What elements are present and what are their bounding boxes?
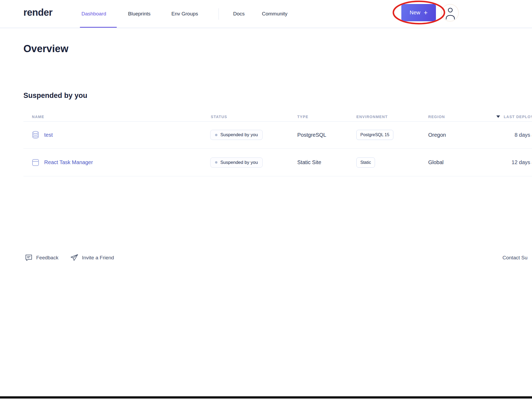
status-badge: Suspended by you [210, 157, 263, 168]
static-site-icon [32, 159, 39, 166]
bottom-black-bar [0, 396, 532, 398]
contact-support-link[interactable]: Contact Su [502, 253, 527, 263]
account-person-icon[interactable] [445, 7, 456, 20]
nav-item-docs[interactable]: Docs [233, 0, 245, 28]
section-title: Suspended by you [23, 92, 87, 100]
top-navigation-bar: render Dashboard Blueprints Env Groups D… [0, 0, 532, 28]
nav-item-dashboard[interactable]: Dashboard [81, 0, 106, 28]
new-button[interactable]: New + [401, 4, 436, 21]
nav-item-blueprints[interactable]: Blueprints [128, 0, 151, 28]
render-logo[interactable]: render [23, 7, 52, 18]
table-row[interactable]: React Task Manager Suspended by you Stat… [23, 149, 532, 176]
feedback-label: Feedback [36, 255, 58, 261]
service-name-link[interactable]: React Task Manager [44, 159, 93, 165]
new-button-label: New [410, 10, 420, 16]
column-header-region[interactable]: REGION [428, 112, 445, 121]
service-name-cell: test [32, 121, 53, 148]
nav-item-env-groups[interactable]: Env Groups [171, 0, 198, 28]
column-header-name[interactable]: NAME [32, 112, 44, 121]
column-header-last-deploy[interactable]: LAST DEPLOY [496, 112, 532, 121]
column-header-status[interactable]: STATUS [211, 112, 227, 121]
sort-descending-icon [496, 115, 500, 118]
environment-badge: PostgreSQL 15 [356, 130, 393, 140]
active-tab-underline [80, 27, 117, 28]
column-header-environment[interactable]: ENVIRONMENT [356, 112, 388, 121]
environment-cell: Static [356, 149, 375, 176]
column-header-last-deploy-label: LAST DEPLOY [504, 115, 532, 119]
type-cell: Static Site [297, 149, 321, 176]
status-cell: Suspended by you [210, 121, 263, 148]
render-dashboard-app: render Dashboard Blueprints Env Groups D… [0, 0, 532, 399]
page-title: Overview [23, 43, 68, 55]
database-icon [32, 131, 39, 139]
nav-divider [218, 8, 219, 20]
column-header-type[interactable]: TYPE [297, 112, 308, 121]
invite-a-friend-link[interactable]: Invite a Friend [70, 253, 114, 263]
paper-plane-icon [70, 254, 79, 262]
feedback-bubble-icon [25, 254, 33, 262]
service-name-cell: React Task Manager [32, 149, 93, 176]
type-cell: PostgreSQL [297, 121, 326, 148]
status-badge-label: Suspended by you [220, 132, 258, 138]
feedback-link[interactable]: Feedback [25, 253, 58, 263]
nav-item-community[interactable]: Community [262, 0, 287, 28]
region-cell: Oregon [428, 121, 446, 148]
table-header-row: NAME STATUS TYPE ENVIRONMENT REGION LAST… [23, 112, 532, 122]
last-deploy-cell: 8 days a [514, 121, 532, 148]
service-name-link[interactable]: test [44, 132, 53, 138]
status-cell: Suspended by you [210, 149, 263, 176]
last-deploy-cell: 12 days a [512, 149, 532, 176]
status-badge-label: Suspended by you [220, 160, 258, 165]
status-dot-icon [215, 134, 217, 136]
environment-badge: Static [356, 157, 375, 168]
status-badge: Suspended by you [210, 130, 263, 140]
region-cell: Global [428, 149, 444, 176]
invite-a-friend-label: Invite a Friend [82, 255, 114, 261]
environment-cell: PostgreSQL 15 [356, 121, 393, 148]
status-dot-icon [215, 161, 217, 164]
plus-icon: + [424, 9, 428, 16]
table-row[interactable]: test Suspended by you PostgreSQL Postgre… [23, 121, 532, 149]
